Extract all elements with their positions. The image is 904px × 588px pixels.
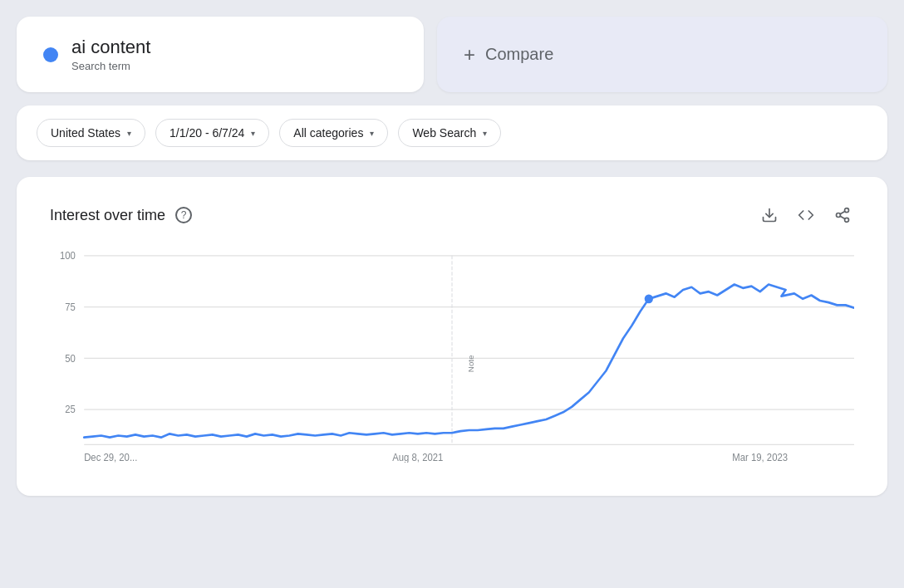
interest-chart: 100 75 50 25 Note Dec 29, 20... Aug 8, 2…: [50, 247, 854, 463]
chart-data-point: [645, 294, 653, 303]
embed-button[interactable]: [794, 203, 818, 227]
search-term-card: ai content Search term: [17, 17, 424, 92]
svg-line-5: [840, 211, 845, 213]
svg-text:25: 25: [65, 404, 76, 414]
embed-icon: [798, 207, 814, 223]
region-filter[interactable]: United States ▾: [37, 119, 145, 147]
compare-label: Compare: [485, 45, 553, 64]
category-filter[interactable]: All categories ▾: [279, 119, 388, 147]
date-range-filter[interactable]: 1/1/20 - 6/7/24 ▾: [155, 119, 269, 147]
chart-area: 100 75 50 25 Note Dec 29, 20... Aug 8, 2…: [50, 247, 854, 463]
download-icon: [761, 207, 778, 223]
svg-text:Aug 8, 2021: Aug 8, 2021: [392, 452, 443, 463]
chart-title: Interest over time: [50, 207, 165, 224]
svg-text:Mar 19, 2023: Mar 19, 2023: [732, 452, 788, 463]
svg-text:50: 50: [65, 352, 76, 363]
date-range-label: 1/1/20 - 6/7/24: [170, 126, 244, 140]
search-term-name: ai content: [71, 37, 150, 58]
compare-card[interactable]: + Compare: [437, 17, 887, 92]
share-button[interactable]: [831, 203, 854, 227]
help-icon[interactable]: ?: [175, 207, 192, 223]
svg-text:75: 75: [65, 301, 76, 312]
chart-card: Interest over time ?: [17, 177, 887, 496]
compare-plus-icon: +: [464, 45, 475, 65]
chart-actions: [758, 203, 854, 227]
svg-line-4: [840, 216, 845, 218]
category-label: All categories: [293, 126, 363, 140]
download-button[interactable]: [758, 203, 781, 227]
top-row: ai content Search term + Compare: [17, 17, 887, 92]
search-type-label: Web Search: [412, 126, 476, 140]
share-icon: [834, 207, 851, 223]
date-chevron-icon: ▾: [251, 129, 255, 138]
search-term-text: ai content Search term: [71, 37, 150, 72]
search-term-type: Search term: [71, 60, 150, 72]
region-chevron-icon: ▾: [127, 129, 131, 138]
svg-text:Note: Note: [466, 355, 475, 373]
search-term-dot: [43, 47, 58, 62]
search-type-filter[interactable]: Web Search ▾: [398, 119, 501, 147]
chart-header: Interest over time ?: [50, 203, 854, 227]
region-label: United States: [51, 126, 120, 140]
chart-title-area: Interest over time ?: [50, 207, 192, 224]
svg-text:Dec 29, 20...: Dec 29, 20...: [84, 452, 137, 463]
search-type-chevron-icon: ▾: [483, 129, 487, 138]
category-chevron-icon: ▾: [370, 129, 374, 138]
filters-row: United States ▾ 1/1/20 - 6/7/24 ▾ All ca…: [17, 105, 887, 160]
svg-text:100: 100: [60, 250, 76, 261]
